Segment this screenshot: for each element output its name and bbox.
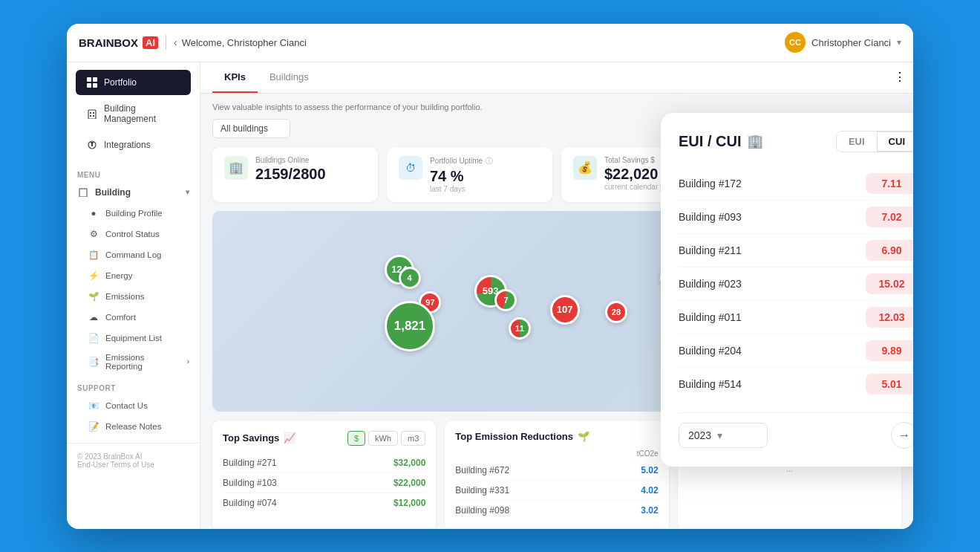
content-tabs: KPIs Buildings xyxy=(200,62,913,94)
svg-rect-2 xyxy=(87,83,91,88)
sidebar-item-emissions-reporting[interactable]: 📑 Emissions Reporting › xyxy=(67,348,200,375)
savings-card-header: Top Savings 📈 $ kWh m3 xyxy=(223,431,425,446)
portfolio-uptime-sub: last 7 days xyxy=(430,185,540,193)
eui-building-row: Building #011 12.03 xyxy=(679,301,913,334)
eui-value-badge: 7.11 xyxy=(866,173,913,194)
sidebar-building-parent[interactable]: Building ▾ xyxy=(67,182,200,203)
eui-toggle-cui[interactable]: CUI xyxy=(877,131,913,152)
equipment-icon: 📄 xyxy=(88,332,99,344)
sidebar-emissions-reporting-label: Emissions Reporting xyxy=(105,353,181,371)
map-marker-11[interactable]: 11 xyxy=(509,317,531,340)
navigate-arrow-button[interactable]: → xyxy=(891,422,913,449)
savings-row-1: Building #271 $32,000 xyxy=(223,453,425,473)
sidebar-building-label: Building xyxy=(95,187,131,198)
sidebar-emissions-label: Emissions xyxy=(105,292,144,301)
savings-building-103: Building #103 xyxy=(223,478,277,488)
eui-value-badge: 9.89 xyxy=(866,340,913,361)
map-marker-107[interactable]: 107 xyxy=(550,295,580,325)
eui-value-badge: 7.02 xyxy=(866,207,913,227)
emissions-value-098: 3.02 xyxy=(641,505,658,516)
eui-building-name: Building #011 xyxy=(679,311,742,323)
savings-card-title: Top Savings 📈 xyxy=(223,432,295,444)
eui-panel-header: EUI / CUI 🏢 EUI CUI xyxy=(679,131,913,152)
map-marker-4[interactable]: 4 xyxy=(399,267,421,289)
kpi-portfolio-uptime: ⏱ Portfolio Uptime ⓘ 74 % last 7 days xyxy=(387,147,552,202)
unit-tab-dollar[interactable]: $ xyxy=(347,431,365,446)
comfort-icon: ☁ xyxy=(88,311,99,323)
eui-building-row: Building #204 9.89 xyxy=(679,334,913,368)
eui-building-row: Building #093 7.02 xyxy=(679,201,913,234)
eui-value-badge: 5.01 xyxy=(866,374,913,394)
svg-rect-8 xyxy=(93,115,94,117)
sidebar-item-command-log[interactable]: 📋 Command Log xyxy=(67,244,200,265)
map-marker-1821[interactable]: 1,821 xyxy=(385,301,435,351)
sidebar-item-release-notes[interactable]: 📝 Release Notes xyxy=(67,416,200,437)
emissions-row-2: Building #331 4.02 xyxy=(455,481,658,501)
svg-rect-0 xyxy=(87,77,91,82)
savings-value-103: $22,000 xyxy=(393,478,425,488)
emissions-building-098: Building #098 xyxy=(455,505,509,516)
sidebar-item-comfort[interactable]: ☁ Comfort xyxy=(67,307,200,328)
sidebar-footer: © 2023 BrainBox AI End-User Terms of Use xyxy=(67,443,200,478)
emissions-value-331: 4.02 xyxy=(641,485,658,496)
svg-rect-5 xyxy=(90,112,91,114)
svg-rect-11 xyxy=(91,143,93,146)
savings-value-271: $32,000 xyxy=(393,458,425,468)
buildings-filter-select[interactable]: All buildings Region 1 Region 2 xyxy=(212,119,290,138)
savings-value-074: $12,000 xyxy=(393,498,425,508)
chevron-down-icon: ▾ xyxy=(897,37,901,48)
eui-cui-panel: EUI / CUI 🏢 EUI CUI Building #172 7.11 B… xyxy=(661,113,913,467)
buildings-online-label: Buildings Online xyxy=(255,156,366,164)
map-marker-28[interactable]: 28 xyxy=(605,301,627,323)
emissions-row-1: Building #672 5.02 xyxy=(455,461,658,481)
eui-value-badge: 12.03 xyxy=(866,307,913,328)
logo: BRAINBOX AI xyxy=(79,36,158,49)
unit-tab-m3[interactable]: m3 xyxy=(401,431,425,446)
building-icon xyxy=(86,108,98,120)
sidebar-integrations-label: Integrations xyxy=(104,140,151,150)
eui-building-name: Building #172 xyxy=(679,178,742,189)
eui-building-row: Building #514 5.01 xyxy=(679,368,913,400)
map-marker-7[interactable]: 7 xyxy=(494,289,517,311)
eui-building-row: Building #211 6.90 xyxy=(679,234,913,267)
sidebar-item-equipment-list[interactable]: 📄 Equipment List xyxy=(67,328,200,348)
sidebar-item-control-status[interactable]: ⚙ Control Status xyxy=(67,224,200,244)
arrow-right-icon: › xyxy=(187,357,189,366)
reporting-icon: 📑 xyxy=(88,356,99,368)
user-badge[interactable]: CC Christopher Cianci ▾ xyxy=(785,32,901,53)
eui-value-badge: 6.90 xyxy=(866,240,913,261)
filter-dropdown-container: All buildings Region 1 Region 2 xyxy=(212,119,290,138)
sidebar-item-energy[interactable]: ⚡ Energy xyxy=(67,265,200,286)
sidebar-item-portfolio[interactable]: Portfolio xyxy=(76,70,191,95)
savings-row-2: Building #103 $22,000 xyxy=(223,473,425,493)
unit-tab-kwh[interactable]: kWh xyxy=(368,431,398,446)
eui-building-name: Building #204 xyxy=(679,345,742,357)
sidebar-item-contact-us[interactable]: 📧 Contact Us xyxy=(67,395,200,416)
svg-rect-6 xyxy=(93,112,94,114)
info-icon: ⓘ xyxy=(486,156,493,166)
buildings-online-value: 2159/2800 xyxy=(255,166,366,183)
logo-separator xyxy=(166,35,166,50)
profile-icon: ● xyxy=(88,207,99,219)
svg-rect-12 xyxy=(79,189,87,197)
tab-kpis[interactable]: KPIs xyxy=(212,62,258,93)
leaf-icon: 🌱 xyxy=(578,431,589,442)
eui-toggle-eui[interactable]: EUI xyxy=(837,131,877,152)
menu-section-label: MENU xyxy=(67,162,200,182)
control-icon: ⚙ xyxy=(88,228,99,240)
sidebar-item-integrations[interactable]: Integrations xyxy=(76,132,191,158)
emissions-title-text: Top Emission Reductions xyxy=(455,431,573,442)
portfolio-uptime-value: 74 % xyxy=(430,168,540,185)
tab-buildings[interactable]: Buildings xyxy=(258,62,321,93)
year-select[interactable]: 2023 ▾ xyxy=(679,423,768,448)
eui-value-badge: 15.02 xyxy=(866,273,913,294)
contact-icon: 📧 xyxy=(88,400,99,412)
eui-panel-title: EUI / CUI 🏢 xyxy=(679,133,763,150)
eui-title-text: EUI / CUI xyxy=(679,133,741,150)
sidebar-item-building-management[interactable]: Building Management xyxy=(76,97,191,131)
svg-rect-7 xyxy=(90,115,91,117)
chevron-down-icon: ▾ xyxy=(186,188,189,196)
sidebar-item-building-profile[interactable]: ● Building Profile xyxy=(67,203,200,224)
sidebar-item-emissions[interactable]: 🌱 Emissions xyxy=(67,286,200,307)
top-emissions-card: Top Emission Reductions 🌱 tCO2e Building… xyxy=(445,421,668,527)
